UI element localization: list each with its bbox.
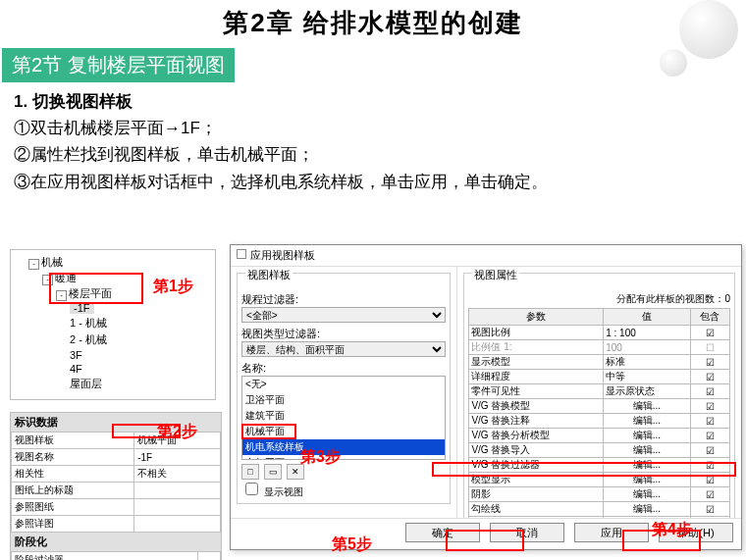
tree-item[interactable]: 1 - 机械 bbox=[70, 315, 211, 331]
rule-filter-select[interactable]: <全部> bbox=[241, 307, 446, 323]
right-group-title: 视图属性 bbox=[472, 268, 519, 282]
step-5-label: 第5步 bbox=[332, 535, 372, 555]
section-title: 第2节 复制楼层平面视图 bbox=[2, 48, 235, 82]
table-row[interactable]: V/G 替换模型编辑...☑ bbox=[469, 399, 730, 414]
step-1-label: 第1步 bbox=[153, 277, 193, 297]
template-list-item[interactable]: 卫浴平面 bbox=[242, 392, 445, 408]
show-views-checkbox[interactable]: 显示视图 bbox=[241, 484, 303, 499]
table-row[interactable]: 零件可见性显示原状态☑ bbox=[469, 384, 730, 399]
view-props-table: 参数 值 包含 视图比例1 : 100☑比例值 1:100☐显示模型标准☑详细程… bbox=[468, 308, 730, 518]
template-list-item[interactable]: 建筑平面 bbox=[242, 408, 445, 424]
table-row[interactable]: 视图比例1 : 100☑ bbox=[469, 326, 730, 340]
prop-row[interactable]: 参照详图 bbox=[12, 516, 221, 533]
highlight-list bbox=[241, 424, 296, 439]
tree-item[interactable]: 4F bbox=[70, 362, 211, 376]
step-3-label: 第3步 bbox=[300, 447, 341, 468]
decor-bubble bbox=[679, 0, 738, 59]
type-filter-label: 视图类型过滤器: bbox=[241, 327, 446, 341]
tree-toggle-icon[interactable]: - bbox=[28, 259, 39, 270]
prop-table: 视图样板机械平面视图名称-1F相关性不相关图纸上的标题参照图纸参照详图 bbox=[11, 432, 221, 533]
prop-table2: 阶段过滤器 bbox=[11, 551, 221, 560]
table-row[interactable]: 照明编辑...☑ bbox=[469, 517, 730, 519]
new-template-button[interactable]: □ bbox=[241, 464, 259, 480]
dialog-title: 应用视图样板 bbox=[250, 249, 315, 261]
left-group-title: 视图样板 bbox=[245, 268, 293, 282]
highlight-prop bbox=[112, 424, 181, 438]
name-label: 名称: bbox=[241, 361, 446, 376]
app-icon bbox=[237, 249, 246, 259]
table-row[interactable]: V/G 替换分析模型编辑...☑ bbox=[469, 429, 730, 443]
table-row[interactable]: 详细程度中等☑ bbox=[469, 370, 730, 384]
highlight-apply bbox=[622, 530, 701, 551]
template-list-item[interactable]: 机电系统样板 bbox=[242, 439, 445, 455]
table-row[interactable]: 比例值 1:100☐ bbox=[469, 340, 730, 355]
instructions: 1. 切换视图样板 ①双击机械楼层平面→1F； ②属性栏找到视图样板，单击机械平… bbox=[0, 88, 746, 195]
dialog-titlebar[interactable]: 应用视图样板 bbox=[231, 245, 741, 267]
edit-template-button[interactable]: ▭ bbox=[264, 464, 282, 480]
table-row[interactable]: V/G 替换导入编辑...☑ bbox=[469, 443, 730, 458]
rule-filter-label: 规程过滤器: bbox=[241, 292, 446, 307]
prop-row[interactable]: 视图名称-1F bbox=[12, 449, 221, 466]
assigned-count: 分配有此样板的视图数：0 bbox=[468, 292, 730, 308]
table-row[interactable]: 阴影编辑...☑ bbox=[469, 487, 730, 502]
apply-view-template-dialog: 应用视图样板 视图样板 规程过滤器: <全部> 视图类型过滤器: 楼层、结构、面… bbox=[230, 244, 742, 550]
type-filter-select[interactable]: 楼层、结构、面积平面 bbox=[241, 341, 446, 357]
template-list-item[interactable]: <无> bbox=[242, 377, 445, 392]
prop-row[interactable]: 图纸上的标题 bbox=[12, 483, 221, 499]
highlight-tree bbox=[49, 273, 143, 304]
chapter-title: 第2章 给排水模型的创建 bbox=[0, 0, 746, 46]
highlight-filter-row bbox=[432, 462, 736, 477]
prop-group-header2: 阶段化 bbox=[11, 533, 221, 551]
table-row[interactable]: 显示模型标准☑ bbox=[469, 355, 730, 370]
table-row[interactable]: V/G 替换注释编辑...☑ bbox=[469, 414, 730, 429]
prop-row[interactable]: 参照图纸 bbox=[12, 499, 221, 516]
decor-bubble bbox=[660, 49, 687, 76]
tree-item[interactable]: 3F bbox=[70, 348, 211, 362]
tree-item[interactable]: 屋面层 bbox=[70, 376, 211, 392]
tree-root[interactable]: 机械 bbox=[41, 256, 63, 268]
template-list[interactable]: <无>卫浴平面建筑平面机械平面机电系统样板电气平面 bbox=[241, 376, 446, 460]
table-row[interactable]: 勾绘线编辑...☑ bbox=[469, 502, 730, 517]
highlight-ok bbox=[446, 530, 524, 551]
tree-item[interactable]: 2 - 机械 bbox=[70, 331, 211, 348]
prop-row[interactable]: 相关性不相关 bbox=[12, 466, 221, 483]
